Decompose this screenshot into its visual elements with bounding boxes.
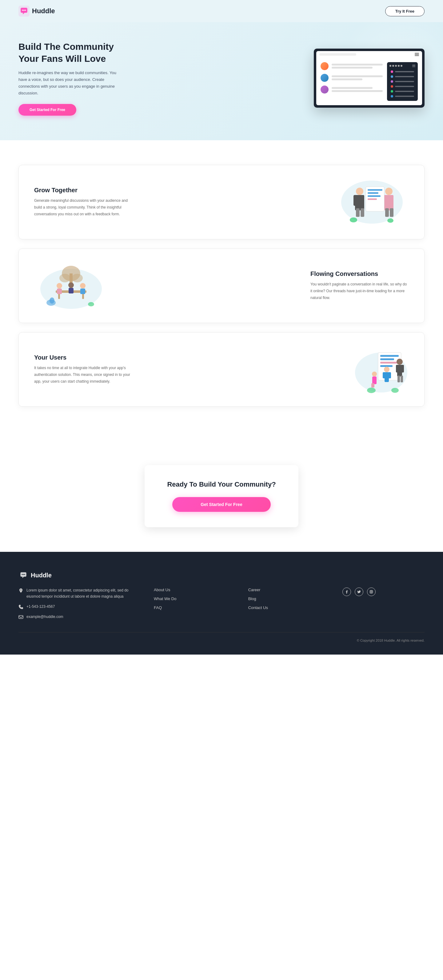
- flowing-svg: [34, 261, 108, 310]
- svg-rect-52: [400, 375, 403, 382]
- navbar: Huddle Try It Free: [0, 0, 443, 22]
- footer-logo-icon: [18, 570, 28, 580]
- footer-link-what-we-do[interactable]: What We Do: [154, 597, 236, 601]
- cta-main-button[interactable]: Get Started For Free: [172, 497, 271, 512]
- browser-list: [320, 62, 383, 101]
- svg-point-3: [25, 10, 26, 11]
- sidebar-top: [389, 65, 415, 67]
- feature-desc-grow-together: Generate meaningful discussions with you…: [34, 197, 132, 218]
- twitter-icon[interactable]: [355, 587, 363, 596]
- sidebar-hamburger: [412, 65, 415, 67]
- purple-circle: [320, 86, 328, 94]
- footer-link-faq[interactable]: FAQ: [154, 605, 236, 610]
- svg-rect-66: [19, 616, 23, 619]
- feature-card-users: Your Users It takes no time at all to in…: [18, 332, 425, 407]
- sidebar-row: [389, 70, 415, 74]
- svg-rect-45: [380, 362, 397, 364]
- svg-rect-33: [57, 288, 62, 294]
- svg-rect-58: [372, 377, 376, 384]
- svg-point-47: [397, 359, 403, 365]
- svg-rect-21: [368, 199, 377, 200]
- svg-rect-44: [380, 358, 394, 360]
- svg-point-28: [72, 274, 83, 282]
- list-item: [320, 86, 383, 94]
- feature-image-flowing: [34, 261, 108, 310]
- feature-card-grow-together: Grow Together Generate meaningful discus…: [18, 165, 425, 239]
- svg-rect-15: [385, 208, 389, 217]
- svg-point-68: [371, 591, 372, 592]
- footer-copyright: © Copyright 2018 Huddle. All rights rese…: [18, 632, 425, 642]
- svg-rect-55: [383, 372, 386, 379]
- blue-circle: [320, 74, 328, 82]
- footer-link-contact[interactable]: Contact Us: [248, 605, 330, 610]
- feature-title-grow-together: Grow Together: [34, 187, 132, 194]
- footer-logo-text: Huddle: [31, 572, 52, 579]
- svg-point-34: [68, 282, 74, 288]
- cta-section: Ready To Build Your Community? Get Start…: [0, 441, 443, 552]
- footer-grid: Lorem ipsum dolor sit amet, consectetur …: [18, 587, 425, 620]
- svg-point-2: [23, 10, 25, 11]
- svg-point-32: [57, 283, 62, 288]
- text-lines: [331, 87, 383, 92]
- email-icon: [18, 614, 23, 619]
- browser-address-bar: [319, 53, 356, 56]
- list-item: [320, 62, 383, 70]
- footer-link-blog[interactable]: Blog: [248, 597, 330, 601]
- logo-text: Huddle: [32, 7, 55, 15]
- cta-card: Ready To Build Your Community? Get Start…: [145, 465, 298, 527]
- footer-link-career[interactable]: Career: [248, 587, 330, 592]
- feature-text-users: Your Users It takes no time at all to in…: [34, 354, 132, 385]
- svg-rect-18: [368, 189, 382, 191]
- svg-point-22: [350, 218, 357, 223]
- sidebar-menu: [389, 70, 415, 99]
- grow-together-svg: [335, 178, 409, 227]
- try-free-button[interactable]: Try It Free: [385, 6, 425, 16]
- text-lines: [331, 75, 383, 80]
- browser-mockup: [314, 49, 425, 108]
- svg-rect-35: [69, 288, 73, 293]
- sidebar-row: [389, 94, 415, 99]
- svg-rect-51: [397, 375, 400, 382]
- svg-rect-56: [388, 372, 391, 379]
- svg-point-69: [372, 591, 373, 591]
- hero-description: Huddle re-imagines the way we build comm…: [18, 70, 123, 97]
- svg-point-11: [385, 188, 392, 195]
- svg-rect-9: [356, 208, 360, 217]
- footer: Huddle Lorem ipsum dolor sit amet, conse…: [0, 552, 443, 655]
- svg-rect-8: [360, 195, 364, 206]
- instagram-icon[interactable]: [367, 587, 376, 596]
- svg-rect-37: [80, 288, 85, 294]
- hero-illustration: [314, 49, 425, 108]
- footer-logo: Huddle: [18, 570, 425, 580]
- svg-point-39: [49, 298, 54, 304]
- svg-point-1: [22, 10, 23, 11]
- feature-title-flowing: Flowing Conversations: [311, 270, 409, 277]
- sidebar-row: [389, 80, 415, 84]
- feature-image-grow-together: [335, 178, 409, 227]
- sidebar-row: [389, 89, 415, 94]
- svg-point-64: [23, 574, 24, 575]
- hero-section: Build The Community Your Fans Will Love …: [0, 22, 443, 140]
- facebook-icon[interactable]: [343, 587, 351, 596]
- logo: Huddle: [18, 6, 55, 17]
- browser-content: [316, 58, 422, 105]
- logo-icon: [18, 6, 30, 17]
- svg-point-65: [24, 574, 25, 575]
- svg-rect-20: [368, 195, 381, 197]
- svg-rect-43: [380, 355, 399, 357]
- hero-cta-button[interactable]: Get Started For Free: [18, 104, 76, 116]
- footer-phone: +1-543-123-4567: [18, 604, 142, 610]
- feature-desc-flowing: You wouldn't paginate a conversation in …: [311, 281, 409, 301]
- orange-circle: [320, 62, 328, 70]
- footer-link-about[interactable]: About Us: [154, 587, 236, 592]
- features-section: Grow Together Generate meaningful discus…: [0, 140, 443, 441]
- footer-links-col1: About Us What We Do FAQ: [154, 587, 236, 620]
- feature-text-grow-together: Grow Together Generate meaningful discus…: [34, 187, 132, 218]
- hamburger-icon: [415, 53, 419, 56]
- footer-social: [343, 587, 425, 620]
- feature-card-flowing: Flowing Conversations You wouldn't pagin…: [18, 248, 425, 323]
- list-item: [320, 74, 383, 82]
- dot-group: [389, 65, 402, 67]
- svg-rect-16: [390, 208, 394, 217]
- feature-desc-users: It takes no time at all to integrate Hud…: [34, 365, 132, 385]
